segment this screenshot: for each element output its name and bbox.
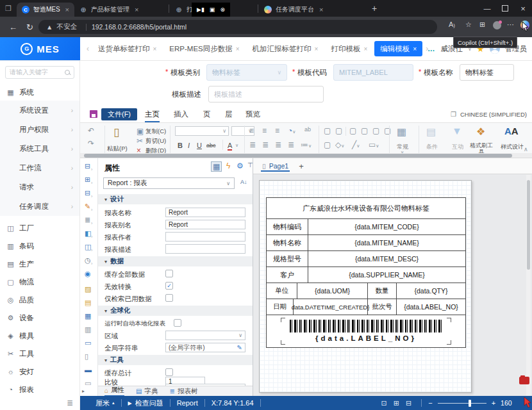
file-menu-button[interactable]: 文件(F) <box>101 108 137 120</box>
minimize-button[interactable]: — <box>478 0 496 17</box>
toolbox-band-icon[interactable]: ⊞› <box>85 176 90 184</box>
sidebar-item-mold[interactable]: ◈模具 <box>0 327 79 344</box>
border-right-icon[interactable]: ▢ <box>384 126 391 135</box>
format-painter-icon[interactable]: ❖ <box>476 126 485 138</box>
zoom-out-button[interactable]: − <box>428 399 432 407</box>
collections-icon[interactable]: ⊞ <box>479 20 485 29</box>
tab-close-icon[interactable]: × <box>315 45 319 53</box>
zoom-in-button[interactable]: + <box>492 399 495 407</box>
label-row-item-desc[interactable]: 规格型号 {data.MITEM_DESC} <box>267 250 465 266</box>
toolbox-band-icon[interactable]: ⊟› <box>85 189 90 197</box>
view-mode-continuous-icon[interactable]: ⊞ <box>394 399 399 407</box>
browser-profile-avatar[interactable] <box>493 21 501 29</box>
tab-close-icon[interactable]: × <box>65 6 69 13</box>
template-name-input[interactable]: 物料标签 <box>460 64 514 81</box>
cache-all-data-checkbox[interactable] <box>165 270 173 277</box>
report-name-input[interactable]: Report <box>165 208 245 217</box>
strikethrough-button[interactable]: abc <box>206 142 216 149</box>
label-template-table[interactable]: 广东威浪仕水环境设备有限公司物料标签 物料编码 {data.MITEM_CODE… <box>266 197 466 348</box>
label-row-unit-qty[interactable]: 单位 {data.UOM} 数量 {data.QTY} <box>267 283 465 299</box>
label-row-date-batch[interactable]: 日期 data.DATETIME_CREATED} 批次号 {data.LABE… <box>267 299 465 315</box>
portal-tab-erp-sync[interactable]: ERP-MES同步数据× <box>163 41 245 56</box>
gear-icon[interactable]: ⚙ <box>237 161 244 170</box>
close-button[interactable]: × <box>514 0 532 17</box>
copy-icon[interactable]: ▣ <box>137 127 144 136</box>
report-author-input[interactable] <box>165 232 245 242</box>
wrap-text-icon[interactable]: ab <box>304 126 311 133</box>
save-icon[interactable] <box>90 110 97 118</box>
toolbox-shape-icon[interactable]: ◧› <box>85 229 91 238</box>
tab-dictionary[interactable]: ▤字典 <box>136 387 158 396</box>
sort-az-icon[interactable]: A↓ <box>240 179 247 185</box>
section-design[interactable]: ▾设计 <box>98 194 253 204</box>
align-middle-icon[interactable]: ≡ <box>262 126 267 135</box>
rotate-text-icon[interactable]: ◔∨ <box>288 126 295 135</box>
sidebar-item-workflow[interactable]: 工作流› <box>0 158 79 177</box>
sidebar-item-system-tools[interactable]: 系统工具› <box>0 139 79 158</box>
template-category-select[interactable]: 物料标签∨ <box>206 64 287 81</box>
browser-tab-scheduler[interactable]: 任务调度平台 × <box>259 3 365 17</box>
toolbox-band-icon[interactable]: ⊟› <box>85 162 90 170</box>
portal-tab-delivery-label[interactable]: 送货单标签打印× <box>92 41 162 56</box>
align-justify-icon[interactable]: ≣ <box>288 140 294 149</box>
label-row-item-name[interactable]: 物料名称 {data.MITEM_NAME} <box>267 234 465 250</box>
paste-icon[interactable]: ▯ <box>113 126 119 139</box>
ribbon-hscrollbar-thumb[interactable] <box>84 154 512 158</box>
culture-select[interactable]: ∨ <box>165 331 245 340</box>
tab-insert[interactable]: 插入 <box>174 110 188 119</box>
browser-tab-mes[interactable]: C 智造MES × <box>17 3 74 17</box>
tab-page[interactable]: 页 <box>203 110 211 119</box>
zoom-slider-thumb[interactable] <box>469 400 471 407</box>
global-strings-input[interactable]: (全局字符串)✎ <box>165 343 245 352</box>
recorder-cursor-icon[interactable] <box>524 397 532 407</box>
condition-icon[interactable]: ▤ <box>426 126 436 138</box>
portal-tab-edit-template[interactable]: 编辑模板× <box>374 41 422 56</box>
sidebar-item-barcode[interactable]: ▥条码 <box>0 238 79 254</box>
mute-icon[interactable]: ⊗ <box>220 6 225 13</box>
edit-pencil-icon[interactable]: ✎ <box>237 344 242 351</box>
chevron-down-icon[interactable]: ∨ <box>235 143 238 148</box>
sidebar-item-reports[interactable]: ◔报表 <box>0 381 79 398</box>
toolbox-globe-icon[interactable]: ◉ <box>85 270 91 278</box>
toolbox-band-icon[interactable]: ▦ <box>85 312 91 320</box>
new-tab-button[interactable]: + <box>372 3 377 13</box>
font-color-button[interactable]: A <box>228 142 232 151</box>
toolbox-panel-icon[interactable]: ▭ <box>85 379 91 388</box>
toolbox-gauge-icon[interactable]: ◷› <box>85 256 91 265</box>
refresh-icon[interactable]: ↻ <box>26 22 33 32</box>
page-tab[interactable]: ▯Page1 <box>261 161 290 172</box>
tab-close-icon[interactable]: × <box>413 45 417 53</box>
toolbox-band-icon[interactable]: ▥ <box>85 325 91 334</box>
report-alias-input[interactable]: Report <box>165 220 245 229</box>
border-top-icon[interactable]: ▢ <box>349 126 356 135</box>
check-issues-button[interactable]: 检查问题 <box>135 398 163 408</box>
toolbox-more-icon[interactable]: ▸ <box>82 388 85 394</box>
workspaces-icon[interactable]: ❒ <box>5 4 12 13</box>
pip-icon[interactable]: ▣ <box>210 6 215 13</box>
more-menu-icon[interactable]: … <box>428 45 436 53</box>
tab-close-icon[interactable]: × <box>135 6 138 13</box>
label-row-item-code[interactable]: 物料编码 {data.MITEM_CODE} <box>267 218 465 234</box>
interaction-label[interactable]: 互动 <box>447 144 469 150</box>
sidebar-item-task-scheduler[interactable]: 任务调度› <box>0 197 79 216</box>
italic-button[interactable]: I <box>188 142 190 149</box>
add-page-button[interactable]: + <box>299 161 304 171</box>
category-view-icon[interactable]: ▦ <box>211 161 222 172</box>
view-mode-multiple-icon[interactable]: ⊟ <box>406 399 411 407</box>
report-desc-input[interactable] <box>165 244 245 254</box>
label-title[interactable]: 广东威浪仕水环境设备有限公司物料标签 <box>267 198 465 218</box>
align-center-icon[interactable]: ≣ <box>262 140 269 149</box>
bold-button[interactable]: B <box>178 142 183 149</box>
events-icon[interactable]: ϟ <box>226 161 230 170</box>
border-left-icon[interactable]: ▢ <box>372 126 379 135</box>
toolbox-image-icon[interactable]: ▨ <box>85 285 91 293</box>
sidebar-item-factory[interactable]: ◫工厂 <box>0 220 79 236</box>
read-aloud-icon[interactable]: A) <box>449 20 455 28</box>
underline-button[interactable]: U <box>197 142 202 149</box>
toolbox-panel-icon[interactable]: ▯ <box>85 352 88 361</box>
toolbox-pencil-icon[interactable]: ✎› <box>85 202 90 211</box>
app-logo[interactable]: G MES <box>0 37 80 60</box>
auto-localize-checkbox[interactable] <box>174 319 181 327</box>
canvas-vscrollbar-thumb[interactable] <box>527 180 530 270</box>
border-none-icon[interactable]: ▢ <box>324 126 331 135</box>
